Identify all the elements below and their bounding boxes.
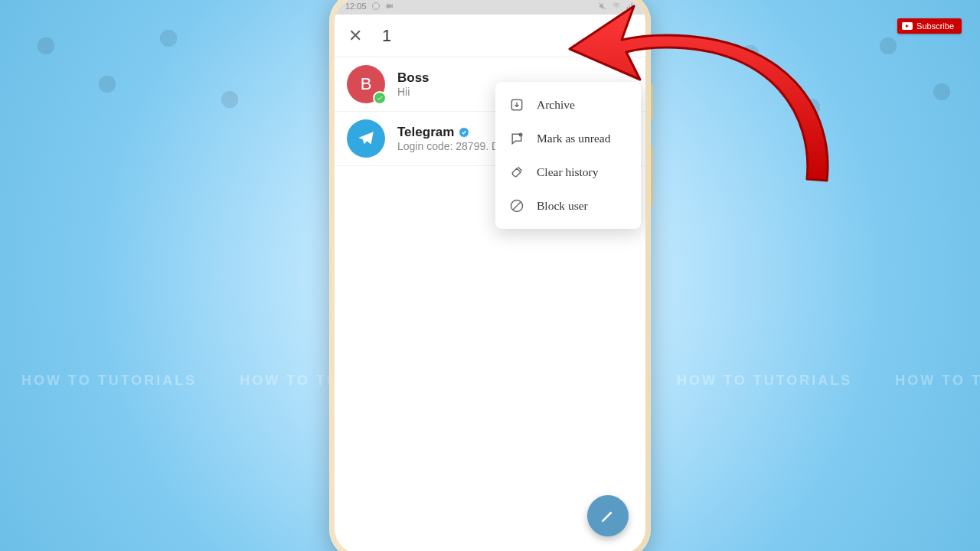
selection-header: ✕ 1 — [335, 15, 645, 57]
status-bar: 12:05 — [335, 0, 645, 15]
block-icon — [509, 198, 524, 214]
status-time: 12:05 — [345, 2, 367, 11]
phone-frame: 12:05 ✕ 1 B — [329, 0, 651, 551]
avatar — [347, 119, 385, 158]
svg-point-4 — [519, 133, 523, 137]
subscribe-button[interactable]: Subscribe — [897, 18, 962, 34]
chat-preview: Login code: 28799. D — [397, 140, 499, 152]
ctx-mark-unread[interactable]: Mark as unread — [495, 122, 641, 155]
sync-icon — [371, 2, 381, 11]
verified-icon — [459, 127, 469, 138]
selected-check-icon — [373, 91, 387, 105]
ctx-archive[interactable]: Archive — [495, 88, 641, 122]
ctx-label: Clear history — [537, 165, 599, 179]
ctx-block-user[interactable]: Block user — [495, 189, 641, 223]
youtube-play-icon — [902, 22, 913, 30]
ctx-label: Mark as unread — [537, 132, 610, 145]
compose-fab[interactable] — [587, 495, 629, 536]
svg-rect-1 — [386, 5, 390, 8]
ctx-label: Archive — [537, 98, 575, 112]
mute-icon — [598, 2, 607, 11]
wifi-icon — [612, 2, 621, 11]
avatar: B — [347, 65, 385, 103]
chat-preview: Hii — [397, 86, 430, 98]
video-icon — [385, 2, 394, 11]
selection-count: 1 — [382, 26, 391, 46]
subscribe-label: Subscribe — [916, 21, 954, 31]
svg-line-6 — [513, 202, 521, 210]
chat-name: Boss — [397, 70, 430, 86]
close-selection-button[interactable]: ✕ — [348, 28, 362, 44]
mark-unread-icon — [509, 131, 524, 146]
chat-name: Telegram — [397, 125, 454, 140]
signal-icon — [626, 2, 635, 11]
archive-icon — [509, 97, 524, 112]
telegram-icon — [356, 129, 376, 148]
svg-point-0 — [372, 3, 379, 10]
chat-list: B Boss Hii — [335, 57, 645, 551]
ctx-label: Block user — [537, 199, 588, 213]
context-menu: Archive Mark as unread Clear history Blo… — [495, 82, 641, 229]
pencil-icon — [599, 507, 616, 524]
ctx-clear-history[interactable]: Clear history — [495, 155, 641, 189]
broom-icon — [509, 165, 524, 180]
